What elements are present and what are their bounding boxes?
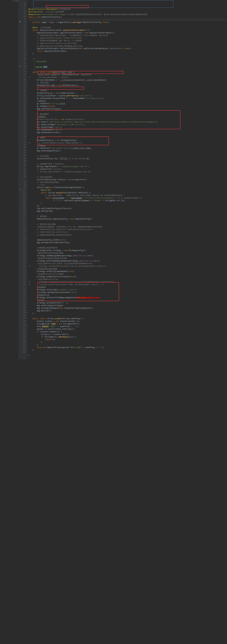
code-line[interactable]: // 如果模板引擎是 velocity — [28, 168, 227, 170]
code-line[interactable]: InjectionConfig cfg = () → { // to do no… — [28, 157, 227, 160]
line-number[interactable]: 149 — [18, 317, 26, 319]
line-number[interactable]: 141 — [18, 296, 26, 298]
code-line[interactable] — [28, 110, 227, 113]
code-line[interactable]: //策略配置,数据库表配置 — [28, 246, 227, 249]
code-line[interactable]: // 包配置 — [28, 136, 227, 139]
line-number[interactable]: 80 — [18, 146, 26, 149]
line-number[interactable]: 117 — [18, 233, 26, 236]
code-line[interactable] — [28, 356, 227, 359]
code-line[interactable]: //自定义继承entity类,添加这一个会在生成实体类的时候继承entity — [28, 262, 227, 265]
code-line[interactable]: // templateConfig.setService(); — [28, 231, 227, 233]
line-number[interactable]: 142 — [18, 298, 26, 301]
line-number[interactable]: 137 — [18, 285, 26, 288]
line-number[interactable]: 127 — [18, 259, 26, 262]
code-line[interactable]: String projectPath = System.getProperty(… — [28, 94, 227, 97]
line-number[interactable]: 58 — [18, 88, 26, 91]
line-number[interactable]: 138 — [18, 288, 26, 290]
code-line[interactable]: // 自定义输出文件名 ， 如果你 Entity 设置了前后缀、此处注意 xml… — [28, 194, 227, 197]
line-number[interactable]: 113 — [18, 222, 26, 225]
code-line[interactable] — [28, 244, 227, 246]
code-line[interactable]: dsc.setUrl("jdbc:mysql://localhost:3306/… — [28, 120, 227, 123]
line-number[interactable]: 42 — [18, 46, 26, 49]
line-number[interactable]: 89 — [18, 157, 26, 159]
line-number[interactable]: 97⊟ — [18, 180, 26, 183]
line-number[interactable]: 105 — [18, 201, 26, 204]
code-line[interactable]: * — [28, 63, 227, 66]
line-number[interactable]: 70 — [18, 120, 26, 123]
line-number[interactable]: 30 — [18, 15, 26, 18]
line-number[interactable]: 64 — [18, 104, 26, 107]
line-number[interactable]: 114 — [18, 225, 26, 228]
line-number[interactable]: 120 — [18, 241, 26, 243]
code-line[interactable]: // 如果模板引擎是 freemarker — [28, 162, 227, 165]
line-number[interactable]: 150 — [18, 319, 26, 322]
line-number[interactable]: 154⊟ — [18, 330, 26, 332]
code-line[interactable]: gc.setOpen(false); — [28, 105, 227, 108]
line-number[interactable]: 153 — [18, 327, 26, 330]
line-number[interactable]: 140 — [18, 293, 26, 296]
line-number[interactable]: 37 — [18, 34, 26, 36]
run-icon[interactable]: ▶ — [19, 65, 21, 67]
line-number[interactable]: 29 — [18, 12, 26, 15]
code-line[interactable]: if (StringUtils.isNotEmpty(sc)) { — [28, 336, 227, 338]
line-number[interactable]: 74 — [18, 130, 26, 133]
code-line[interactable]: strategy.setRestControllerStyle(true); — [28, 275, 227, 278]
code-line[interactable]: // 自定义输出配置 — [28, 176, 227, 178]
code-editor[interactable]: 1 usage 25262728⊟29303132⬤33⊟34353637383… — [0, 0, 227, 359]
code-line[interactable]: public String outputFile(TableInfo table… — [28, 192, 227, 194]
line-number[interactable]: 98o↑ — [18, 183, 26, 186]
code-line[interactable]: } — [28, 354, 227, 356]
code-line[interactable]: //实体是否为lombok模型 — [28, 268, 227, 270]
line-number[interactable]: 124 — [18, 251, 26, 254]
code-line[interactable] — [28, 55, 227, 58]
code-line[interactable]: //数据库表字段映射到实体的命名策略 — [28, 257, 227, 260]
line-number[interactable]: 125 — [18, 254, 26, 256]
line-number[interactable]: 155 — [18, 332, 26, 335]
line-number[interactable]: 57 — [18, 86, 26, 88]
line-number[interactable]: 33⊟ — [18, 23, 26, 26]
line-number[interactable]: 145 — [18, 306, 26, 309]
line-number[interactable]: 159 — [18, 343, 26, 346]
code-line[interactable]: //指定自定义模板路径，注意不要带上.ftl/.vm, 会根据使用的模板引擎自动… — [28, 226, 227, 228]
code-line[interactable] — [28, 236, 227, 238]
code-line[interactable]: System.out.println(help.toString()); — [28, 328, 227, 330]
code-line[interactable]: //需要修改 — [28, 115, 227, 118]
code-line[interactable]: Scanner scanner = new Scanner(System.in)… — [28, 320, 227, 322]
code-line[interactable]: /** — [28, 58, 227, 60]
line-number[interactable]: 94 — [18, 170, 26, 172]
code-line[interactable]: public class MybatisPlusConfig { — [28, 16, 227, 18]
code-line[interactable]: @Configuration //引入spring容器管理 — [28, 10, 227, 13]
code-line[interactable]: return paginationInterceptor; — [28, 50, 227, 52]
line-number[interactable]: 100✔ — [18, 188, 26, 191]
line-number[interactable]: 79 — [18, 144, 26, 146]
code-line[interactable]: // templateConfig.setEntity("templates/e… — [28, 228, 227, 231]
line-number[interactable]: 40 — [18, 41, 26, 44]
line-number[interactable]: 63 — [18, 102, 26, 104]
code-line[interactable]: @Override — [28, 189, 227, 192]
line-number[interactable]: 123 — [18, 248, 26, 251]
line-number[interactable]: 128 — [18, 262, 26, 264]
line-number[interactable]: 121 — [18, 243, 26, 246]
code-line[interactable] — [28, 212, 227, 215]
code-line[interactable]: //如果在空项目下创建模块时，需要要创建模块的名称，否则设置为空 — [28, 74, 227, 76]
line-number[interactable]: 122 — [18, 246, 26, 248]
line-number[interactable]: 102 — [18, 194, 26, 196]
line-number[interactable]: 132 — [18, 272, 26, 275]
code-line[interactable]: PackageConfig pc = new PackageConfig(); — [28, 139, 227, 142]
code-line[interactable]: AutoGenerator mpg = new AutoGenerator(); — [28, 84, 227, 86]
code-line[interactable]: // templateConfig.setController(); — [28, 233, 227, 236]
line-number[interactable]: 139 — [18, 290, 26, 293]
code-line[interactable]: // paginationInterceptor.setLimit(500); — [28, 42, 227, 44]
code-line[interactable]: PaginationInterceptor paginationIntercep… — [28, 32, 227, 34]
line-number[interactable]: 51 — [18, 70, 26, 73]
line-number[interactable]: 56 — [18, 83, 26, 86]
line-number[interactable]: 52 — [18, 73, 26, 76]
line-number[interactable]: 106 — [18, 204, 26, 206]
line-number[interactable]: 39 — [18, 39, 26, 41]
line-number[interactable]: 90 — [18, 159, 26, 162]
line-number[interactable]: 118 — [18, 236, 26, 238]
line-number[interactable]: 161 — [18, 348, 26, 351]
code-line[interactable]: // 设置最大单页限制数量，默认 500 条，-1 不受限制 — [28, 39, 227, 42]
code-line[interactable]: // String templatePath = "/templates/map… — [28, 170, 227, 173]
line-number[interactable]: 134 — [18, 277, 26, 280]
